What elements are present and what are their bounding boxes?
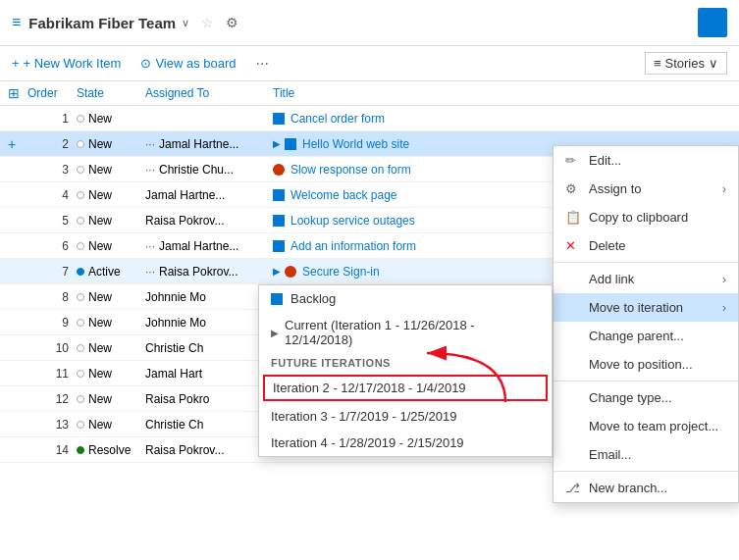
menu-item-label: Edit... (589, 153, 621, 168)
state-dot (77, 421, 84, 429)
context-menu-item-change-type---[interactable]: Change type... (554, 383, 738, 412)
row-state: New (77, 341, 145, 355)
submenu-iteration-2[interactable]: Iteration 2 - 12/17/2018 - 1/4/2019 (263, 375, 548, 401)
stories-button[interactable]: ≡ Stories ∨ (645, 52, 727, 75)
table-row[interactable]: 1NewCancel order form (0, 106, 739, 131)
row-state: Active (77, 265, 145, 279)
row-dots[interactable]: ··· (145, 163, 155, 177)
state-dot (77, 319, 84, 327)
menu-item-label: Delete (589, 238, 626, 253)
row-dots[interactable]: ··· (145, 137, 155, 151)
context-menu-item-delete[interactable]: ✕Delete (554, 231, 738, 260)
context-menu-item-move-to-team-project---[interactable]: Move to team project... (554, 412, 738, 440)
state-dot (77, 166, 84, 174)
row-order: 11 (27, 367, 77, 381)
current-iteration-label: Current (Iteration 1 - 11/26/2018 - 12/1… (285, 318, 540, 347)
view-as-board-label: View as board (155, 56, 236, 71)
row-assigned: Jamal Hart (145, 367, 273, 381)
menu-item-label: Email... (589, 447, 631, 462)
state-label: New (88, 367, 112, 381)
assigned-name: Johnnie Mo (145, 316, 206, 330)
more-options-button[interactable]: ··· (256, 55, 269, 73)
menu-item-icon: ✏ (565, 153, 581, 168)
work-item-title[interactable]: Slow response on form (290, 163, 411, 177)
assigned-name: Jamal Hartne... (159, 137, 238, 151)
col-add[interactable]: ⊞ (8, 85, 27, 101)
state-dot (77, 115, 84, 123)
state-label: New (88, 290, 112, 304)
work-item-title[interactable]: Add an information form (290, 239, 416, 253)
row-order: 9 (27, 316, 77, 330)
row-state: New (77, 392, 145, 406)
assigned-name: Jamal Hart (145, 367, 202, 381)
row-order: 10 (27, 341, 77, 355)
work-item-title[interactable]: Cancel order form (290, 112, 385, 126)
row-dots[interactable]: ··· (145, 265, 155, 279)
menu-item-label: Move to iteration (589, 300, 683, 315)
assigned-name: Raisa Pokro (145, 392, 209, 406)
team-chevron[interactable]: ∨ (182, 17, 189, 29)
submenu-iteration-3[interactable]: Iteration 3 - 1/7/2019 - 1/25/2019 (259, 403, 552, 430)
context-menu-item-change-parent---[interactable]: Change parent... (554, 322, 738, 350)
row-assigned: ···Jamal Hartne... (145, 239, 273, 253)
row-order: 5 (27, 214, 77, 228)
context-menu-item-email---[interactable]: Email... (554, 440, 738, 469)
row-assigned: Johnnie Mo (145, 290, 273, 304)
context-menu-item-assign-to[interactable]: ⚙Assign to› (554, 175, 738, 203)
state-dot (77, 191, 84, 199)
row-dots[interactable]: ··· (145, 239, 155, 253)
row-order: 1 (27, 112, 77, 126)
assigned-name: Raisa Pokrov... (145, 214, 224, 228)
menu-item-label: Move to position... (589, 357, 693, 372)
assigned-name: Johnnie Mo (145, 290, 206, 304)
context-menu-item-move-to-iteration[interactable]: Move to iteration› (554, 293, 738, 322)
menu-item-icon: 📋 (565, 210, 581, 225)
row-state: New (77, 163, 145, 177)
expand-icon[interactable]: ▶ (273, 138, 281, 149)
col-title-header: Title (273, 86, 731, 100)
row-assigned: Christie Ch (145, 341, 273, 355)
row-assigned: ···Raisa Pokrov... (145, 265, 273, 279)
row-state: New (77, 290, 145, 304)
context-menu-item-new-branch---[interactable]: ⎇New branch... (554, 474, 738, 502)
expand-icon[interactable]: ▶ (273, 266, 281, 277)
submenu-item-backlog[interactable]: Backlog (259, 285, 552, 312)
state-label: Resolve (88, 443, 131, 457)
row-order: 4 (27, 188, 77, 202)
menu-separator (554, 471, 738, 472)
backlog-label: Backlog (290, 291, 336, 306)
work-item-type-icon (273, 240, 287, 252)
work-item-type-icon (273, 164, 287, 176)
context-menu-item-add-link[interactable]: Add link› (554, 265, 738, 293)
work-item-title[interactable]: Lookup service outages (290, 214, 415, 228)
stories-label: Stories (665, 56, 705, 71)
state-dot (77, 446, 84, 454)
state-label: New (88, 188, 112, 202)
work-item-title[interactable]: Hello World web site (302, 137, 409, 151)
row-order: 13 (27, 418, 77, 432)
row-state: New (77, 367, 145, 381)
favorite-icon[interactable]: ☆ (201, 15, 214, 30)
work-item-title[interactable]: Secure Sign-in (302, 265, 380, 279)
team-title: Fabrikam Fiber Team (28, 15, 176, 31)
row-add-icon[interactable]: + (8, 136, 27, 152)
view-as-board-button[interactable]: ⊙ View as board (140, 56, 239, 71)
new-work-item-button[interactable]: + + New Work Item (12, 56, 125, 71)
state-label: New (88, 418, 112, 432)
state-label: New (88, 137, 112, 151)
work-item-type-icon (273, 215, 287, 227)
submenu-iteration-4[interactable]: Iteration 4 - 1/28/2019 - 2/15/2019 (259, 430, 552, 456)
future-iterations-header: FUTURE ITERATIONS (259, 353, 552, 373)
context-menu-item-copy-to-clipboard[interactable]: 📋Copy to clipboard (554, 203, 738, 231)
work-item-title[interactable]: Welcome back page (290, 188, 397, 202)
menu-item-icon: ⎇ (565, 481, 581, 495)
submenu-arrow-icon: › (722, 300, 726, 315)
context-menu-item-edit---[interactable]: ✏Edit... (554, 146, 738, 175)
row-state: New (77, 239, 145, 253)
work-item-type-icon (273, 113, 287, 125)
menu-item-icon: ⚙ (565, 181, 581, 196)
submenu-item-current[interactable]: ▶Current (Iteration 1 - 11/26/2018 - 12/… (259, 312, 552, 353)
context-menu-item-move-to-position---[interactable]: Move to position... (554, 350, 738, 379)
team-settings-icon[interactable]: ⚙ (226, 15, 238, 30)
row-assigned: Jamal Hartne... (145, 188, 273, 202)
